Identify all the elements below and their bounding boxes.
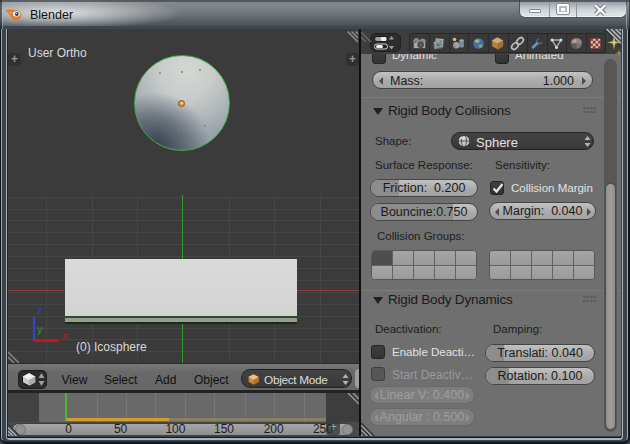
svg-text:x: x — [62, 329, 68, 341]
svg-text:y: y — [37, 323, 43, 335]
svg-text:z: z — [37, 304, 43, 316]
